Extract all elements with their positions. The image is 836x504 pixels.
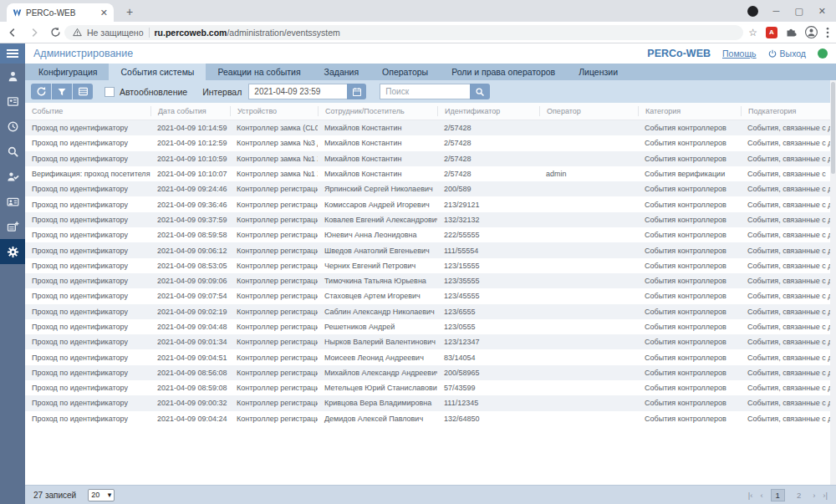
tab-operator-roles[interactable]: Роли и права операторов: [440, 64, 567, 80]
logout-button[interactable]: Выход: [768, 48, 806, 59]
tab-close-icon[interactable]: ✕: [100, 8, 108, 18]
column-header-subcategory[interactable]: Подкатегория: [741, 106, 836, 116]
scrollbar-thumb[interactable]: [831, 82, 835, 174]
cell-subcategory: События, связанные с доступом по: [741, 308, 836, 316]
back-icon[interactable]: [7, 27, 18, 38]
filter-button[interactable]: [52, 84, 72, 99]
table-row[interactable]: Проход по идентификатору 2021-04-09 09:0…: [25, 304, 836, 319]
extensions-puzzle-icon[interactable]: [786, 27, 797, 38]
column-header-device[interactable]: Устройство: [230, 106, 318, 116]
table-row[interactable]: Проход по идентификатору 2021-04-09 09:0…: [25, 334, 836, 349]
cell-subcategory: События, связанные с доступом по: [741, 354, 836, 362]
page-button-1[interactable]: 1: [771, 489, 785, 501]
table-row[interactable]: Проход по идентификатору 2021-04-09 09:0…: [25, 273, 836, 288]
table-row[interactable]: Проход по идентификатору 2021-04-09 08:5…: [25, 258, 836, 273]
bookmark-star-icon[interactable]: ☆: [748, 27, 757, 38]
screen: PERCo-WEB ✕ + ─ ▢ ✕ Не защищено ru.perco…: [0, 0, 836, 504]
sidebar-item-time-tracking[interactable]: [0, 114, 25, 139]
page-size-select[interactable]: 20▾: [88, 489, 115, 501]
browser-tab[interactable]: PERCo-WEB ✕: [7, 3, 114, 22]
column-header-category[interactable]: Категория: [638, 106, 741, 116]
table-row[interactable]: Проход по идентификатору 2021-04-09 09:3…: [25, 212, 836, 227]
help-link[interactable]: Помощь: [722, 48, 757, 59]
table-row[interactable]: Проход по идентификатору 2021-04-09 10:1…: [25, 120, 836, 135]
column-header-operator[interactable]: Оператор: [539, 106, 638, 116]
window-minimize-button[interactable]: ─: [773, 6, 780, 16]
search-button[interactable]: [470, 84, 490, 99]
tab-tasks[interactable]: Задания: [313, 64, 371, 80]
browser-menu-icon[interactable]: [826, 27, 829, 38]
new-tab-button[interactable]: +: [121, 4, 138, 19]
profile-avatar-icon[interactable]: [805, 26, 818, 38]
cell-device: Контроллер регистрации (ЛИКОН): [230, 247, 318, 255]
sidebar-item-pass-order[interactable]: [0, 214, 25, 239]
search-input[interactable]: [380, 84, 470, 99]
window-maximize-button[interactable]: ▢: [794, 6, 803, 17]
table-row[interactable]: Проход по идентификатору 2021-04-09 10:1…: [25, 151, 836, 166]
cell-device: Контроллер регистрации (ЛИКОН): [230, 415, 318, 423]
search-icon: [7, 145, 19, 158]
column-header-date[interactable]: Дата события: [150, 106, 230, 116]
cell-date: 2021-04-09 09:04:24: [150, 415, 230, 423]
table-row[interactable]: Проход по идентификатору 2021-04-09 09:0…: [25, 349, 836, 364]
cell-category: События контроллеров: [638, 262, 741, 270]
address-bar[interactable]: Не защищено ru.percoweb.com/administrati…: [64, 25, 743, 40]
next-page-button[interactable]: ›: [813, 491, 815, 500]
sidebar-item-verification[interactable]: [0, 164, 25, 189]
window-close-button[interactable]: ✕: [818, 6, 826, 17]
table-row[interactable]: Проход по идентификатору 2021-04-09 08:5…: [25, 227, 836, 242]
table-row[interactable]: Проход по идентификатору 2021-04-09 08:5…: [25, 365, 836, 380]
menu-toggle-button[interactable]: [0, 43, 25, 64]
table-row[interactable]: Проход по идентификатору 2021-04-09 09:0…: [25, 319, 836, 334]
adobe-extension-icon[interactable]: A: [766, 27, 777, 38]
refresh-button[interactable]: [31, 84, 51, 99]
column-header-identifier[interactable]: Идентификатор: [437, 106, 539, 116]
table-row[interactable]: Проход по идентификатору 2021-04-09 10:1…: [25, 135, 836, 150]
cell-identifier: 200/589: [437, 185, 539, 193]
table-row[interactable]: Проход по идентификатору 2021-04-09 08:5…: [25, 380, 836, 395]
cell-category: События контроллеров: [638, 139, 741, 147]
table-row[interactable]: Проход по идентификатору 2021-04-09 09:0…: [25, 242, 836, 257]
sidebar-item-id-card[interactable]: [0, 89, 25, 114]
sidebar-item-administration[interactable]: [0, 239, 25, 264]
cell-date: 2021-04-09 09:09:06: [150, 277, 230, 285]
calendar-button[interactable]: [347, 84, 366, 99]
first-page-button[interactable]: |‹: [748, 491, 753, 500]
autorefresh-checkbox[interactable]: [104, 87, 115, 97]
cell-subcategory: События, связанные с доступом по: [741, 277, 836, 285]
columns-button[interactable]: [73, 84, 93, 99]
cell-subcategory: События, связанные с доступом по: [741, 155, 836, 163]
tab-event-reactions[interactable]: Реакции на события: [206, 64, 312, 80]
cell-identifier: 2/57428: [437, 155, 539, 163]
cell-category: События контроллеров: [638, 124, 741, 132]
table-row[interactable]: Проход по идентификатору 2021-04-09 09:2…: [25, 181, 836, 196]
cell-date: 2021-04-09 09:24:46: [150, 185, 230, 193]
table-row[interactable]: Верификация: проход посетителя 2021-04-0…: [25, 166, 836, 181]
tab-licenses[interactable]: Лицензии: [567, 64, 630, 80]
sidebar-item-search[interactable]: [0, 139, 25, 164]
table-row[interactable]: Проход по идентификатору 2021-04-09 09:0…: [25, 395, 836, 410]
page-button-2[interactable]: 2: [793, 490, 805, 501]
table-row[interactable]: Проход по идентификатору 2021-04-09 09:0…: [25, 288, 836, 303]
sidebar-item-visitors[interactable]: [0, 189, 25, 214]
table-row[interactable]: Проход по идентификатору 2021-04-09 09:0…: [25, 411, 836, 426]
vertical-scrollbar[interactable]: [830, 80, 836, 485]
reload-icon[interactable]: [50, 27, 61, 38]
last-page-button[interactable]: ›|: [823, 491, 828, 500]
column-header-employee[interactable]: Сотрудник/Посетитель: [318, 106, 437, 116]
table-row[interactable]: Проход по идентификатору 2021-04-09 09:3…: [25, 196, 836, 211]
cell-identifier: 123/12347: [437, 338, 539, 346]
refresh-icon: [36, 86, 47, 97]
column-header-event[interactable]: Событие: [25, 106, 150, 116]
tab-configuration[interactable]: Конфигурация: [27, 64, 109, 80]
interval-date-input[interactable]: [248, 84, 347, 99]
cell-event: Проход по идентификатору: [25, 262, 150, 270]
sidebar-item-staff[interactable]: [0, 64, 25, 89]
tab-system-events[interactable]: События системы: [109, 64, 206, 80]
cell-category: События контроллеров: [638, 308, 741, 316]
cell-device: Контроллер регистрации (ЛИКОН): [230, 399, 318, 407]
prev-page-button[interactable]: ‹: [760, 491, 762, 500]
tab-operators[interactable]: Операторы: [370, 64, 440, 80]
forward-icon[interactable]: [28, 27, 40, 38]
cell-event: Проход по идентификатору: [25, 277, 150, 285]
